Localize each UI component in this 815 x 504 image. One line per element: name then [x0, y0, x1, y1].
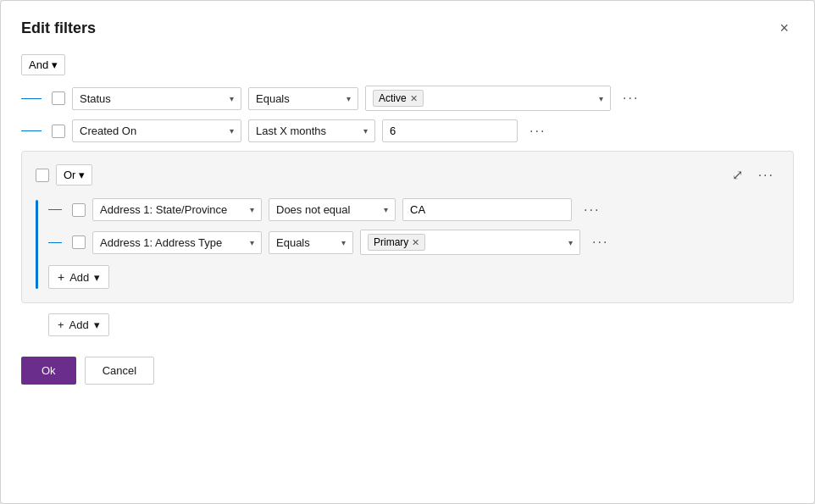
- ok-button[interactable]: Ok: [21, 357, 76, 385]
- main-add-plus-icon: +: [58, 318, 64, 331]
- or-group-content: Address 1: State/Province ▾ Does not equ…: [48, 198, 779, 289]
- inner-value-tag-address-type: Primary ✕: [368, 234, 425, 251]
- or-group-button[interactable]: Or ▾: [56, 164, 92, 186]
- main-add-chevron: ▾: [94, 318, 100, 331]
- or-group-label: Or: [64, 169, 75, 181]
- inner-value-tag-label-address-type: Primary: [374, 236, 408, 248]
- main-add-label: Add: [69, 318, 89, 331]
- inner-line-1: [48, 209, 62, 210]
- inner-field-select-state[interactable]: Address 1: State/Province ▾: [92, 198, 262, 221]
- inner-remove-tag-address-type[interactable]: ✕: [412, 238, 419, 247]
- inner-more-button-state[interactable]: ···: [579, 199, 605, 221]
- connector-line-2: [21, 130, 42, 131]
- inner-field-label-address-type: Address 1: Address Type: [100, 236, 222, 249]
- filter-checkbox-created-on[interactable]: [52, 125, 65, 138]
- or-group-chevron: ▾: [79, 169, 85, 181]
- field-chevron-created-on: ▾: [230, 126, 234, 136]
- or-group-left: Or ▾: [36, 164, 92, 186]
- condition-chevron-created-on: ▾: [363, 126, 368, 136]
- edit-filters-dialog: Edit filters × And ▾ Status ▾ Equals ▾: [0, 0, 815, 504]
- value-tag-label-status: Active: [379, 92, 407, 104]
- field-chevron-status: ▾: [230, 94, 234, 103]
- or-group: Or ▾ ⤢ ···: [21, 151, 794, 303]
- dialog-footer: Ok Cancel: [21, 357, 794, 385]
- collapse-button[interactable]: ⤢: [729, 163, 746, 186]
- field-select-status[interactable]: Status ▾: [72, 87, 241, 110]
- inner-field-chevron-state: ▾: [250, 205, 254, 214]
- or-group-right: ⤢ ···: [729, 163, 779, 186]
- value-input-created-on[interactable]: 6: [382, 119, 518, 142]
- value-field-status[interactable]: Active ✕ ▾: [365, 86, 611, 111]
- inner-line-2: [48, 242, 62, 243]
- condition-label-status: Equals: [256, 92, 290, 105]
- field-label-created-on: Created On: [80, 125, 136, 137]
- main-add-button[interactable]: + Add ▾: [48, 313, 109, 336]
- filter-checkbox-status[interactable]: [52, 91, 65, 105]
- remove-tag-status[interactable]: ✕: [410, 94, 418, 103]
- inner-condition-chevron-address-type: ▾: [341, 238, 346, 247]
- filter-row-status: Status ▾ Equals ▾ Active ✕ ▾ ···: [21, 86, 794, 111]
- or-group-header: Or ▾ ⤢ ···: [36, 163, 779, 186]
- and-group-label: And: [29, 58, 48, 71]
- value-chevron-status: ▾: [599, 94, 603, 103]
- connector-stub-1: [21, 98, 52, 99]
- inner-connector-1: [48, 209, 65, 210]
- and-group-chevron: ▾: [52, 58, 58, 71]
- inner-checkbox-state[interactable]: [72, 203, 86, 217]
- inner-field-select-address-type[interactable]: Address 1: Address Type ▾: [92, 231, 262, 254]
- condition-select-status[interactable]: Equals ▾: [248, 87, 358, 110]
- filter-row-created-on: Created On ▾ Last X months ▾ 6 ···: [21, 119, 794, 142]
- or-group-checkbox[interactable]: [36, 169, 49, 182]
- field-label-status: Status: [80, 92, 111, 105]
- close-button[interactable]: ×: [774, 18, 794, 39]
- inner-field-chevron-address-type: ▾: [250, 238, 254, 247]
- inner-filter-row-state: Address 1: State/Province ▾ Does not equ…: [48, 198, 779, 221]
- or-group-vline: [36, 200, 38, 289]
- inner-more-button-address-type[interactable]: ···: [587, 231, 613, 253]
- dialog-header: Edit filters ×: [21, 18, 794, 39]
- inner-value-field-address-type[interactable]: Primary ✕ ▾: [360, 230, 580, 255]
- inner-value-chevron-address-type: ▾: [568, 238, 573, 247]
- inner-condition-select-address-type[interactable]: Equals ▾: [269, 231, 353, 254]
- cancel-button[interactable]: Cancel: [85, 357, 154, 385]
- inner-value-input-state[interactable]: CA: [402, 198, 572, 221]
- inner-add-chevron: ▾: [94, 271, 100, 284]
- condition-chevron-status: ▾: [347, 94, 351, 103]
- inner-add-button[interactable]: + Add ▾: [48, 265, 109, 289]
- inner-connector-2: [48, 242, 65, 243]
- or-group-body: Address 1: State/Province ▾ Does not equ…: [36, 198, 779, 289]
- value-tag-status: Active ✕: [373, 90, 424, 107]
- more-button-status[interactable]: ···: [618, 87, 644, 109]
- connector-stub-2: [21, 130, 52, 131]
- inner-condition-chevron-state: ▾: [384, 205, 388, 214]
- inner-filter-row-address-type: Address 1: Address Type ▾ Equals ▾ Prima…: [48, 230, 779, 255]
- more-button-or-group[interactable]: ···: [753, 164, 779, 186]
- inner-checkbox-address-type[interactable]: [72, 235, 86, 249]
- inner-condition-label-state: Does not equal: [276, 203, 350, 216]
- and-group-button[interactable]: And ▾: [21, 54, 65, 75]
- inner-condition-label-address-type: Equals: [276, 236, 310, 249]
- more-button-created-on[interactable]: ···: [524, 120, 551, 142]
- inner-field-label-state: Address 1: State/Province: [100, 203, 227, 216]
- condition-label-created-on: Last X months: [256, 125, 326, 137]
- condition-select-created-on[interactable]: Last X months ▾: [248, 119, 375, 142]
- inner-add-label: Add: [69, 271, 89, 284]
- connector-line-1: [21, 98, 42, 99]
- inner-add-plus-icon: +: [58, 270, 64, 284]
- inner-condition-select-state[interactable]: Does not equal ▾: [269, 198, 396, 221]
- field-select-created-on[interactable]: Created On ▾: [72, 119, 241, 142]
- dialog-title: Edit filters: [21, 19, 96, 37]
